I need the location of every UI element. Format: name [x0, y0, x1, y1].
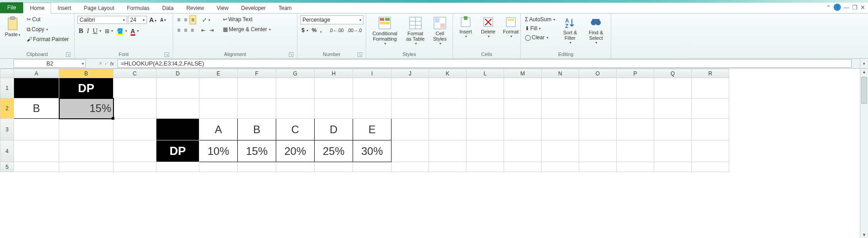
scroll-up-arrow[interactable]: ▲ [860, 70, 868, 74]
cell-L5[interactable] [467, 162, 504, 172]
minimize-icon[interactable]: ― [844, 4, 849, 11]
col-header-R[interactable]: R [692, 69, 729, 78]
cell-J2[interactable] [392, 98, 429, 119]
cell-F4[interactable]: 15% [238, 140, 276, 162]
cell-E1[interactable] [199, 78, 238, 98]
paste-button[interactable]: Paste [3, 15, 23, 39]
cell-N3[interactable] [542, 119, 579, 140]
row-header-3[interactable]: 3 [0, 119, 14, 140]
percent-format-button[interactable]: % [311, 26, 318, 34]
cell-A5[interactable] [14, 162, 59, 172]
close-icon[interactable]: ✕ [860, 4, 865, 11]
cell-K5[interactable] [429, 162, 467, 172]
cell-B5[interactable] [59, 162, 113, 172]
cell-R1[interactable] [692, 78, 729, 98]
bold-button[interactable]: B [77, 26, 85, 36]
col-header-Q[interactable]: Q [654, 69, 692, 78]
col-header-P[interactable]: P [617, 69, 654, 78]
cell-styles-button[interactable]: Cell Styles [430, 15, 450, 47]
col-header-L[interactable]: L [467, 69, 504, 78]
cell-M4[interactable] [504, 140, 542, 162]
cell-F3[interactable]: B [238, 119, 276, 140]
cell-L2[interactable] [467, 98, 504, 119]
cell-M3[interactable] [504, 119, 542, 140]
cell-P5[interactable] [617, 162, 654, 172]
col-header-M[interactable]: M [504, 69, 542, 78]
cell-E2[interactable] [199, 98, 238, 119]
cell-R5[interactable] [692, 162, 729, 172]
cell-B1[interactable]: DP [59, 78, 113, 98]
col-header-F[interactable]: F [238, 69, 276, 78]
cell-N5[interactable] [542, 162, 579, 172]
font-size-combo[interactable]: 24▾ [128, 16, 147, 24]
cell-C2[interactable] [113, 98, 156, 119]
cell-M2[interactable] [504, 98, 542, 119]
increase-indent-button[interactable]: ⇥ [208, 26, 215, 34]
accounting-format-button[interactable]: $ [300, 26, 310, 34]
cell-C1[interactable] [113, 78, 156, 98]
shrink-font-button[interactable]: A▾ [159, 17, 167, 23]
cell-H2[interactable] [315, 98, 353, 119]
scroll-down-arrow[interactable]: ▼ [860, 233, 868, 237]
cell-Q3[interactable] [654, 119, 692, 140]
cell-I5[interactable] [353, 162, 392, 172]
cell-Q4[interactable] [654, 140, 692, 162]
cell-G4[interactable]: 20% [276, 140, 315, 162]
cell-P1[interactable] [617, 78, 654, 98]
underline-button[interactable]: U [91, 26, 103, 36]
alignment-dialog-launcher[interactable]: ↘ [289, 52, 293, 57]
cell-B2[interactable]: 15% [59, 98, 113, 119]
ribbon-min-icon[interactable]: ⌃ [826, 4, 831, 11]
align-top-button[interactable]: ≡ [176, 16, 182, 24]
help-icon[interactable]: ? [834, 4, 841, 11]
worksheet-grid[interactable]: ABCDEFGHIJKLMNOPQR1DP2B15%3ABCDE4DP10%15… [0, 69, 729, 172]
format-painter-button[interactable]: 🖌Format Painter [25, 35, 70, 43]
col-header-D[interactable]: D [156, 69, 199, 78]
cell-F2[interactable] [238, 98, 276, 119]
align-bottom-button[interactable]: ≡ [189, 15, 196, 24]
cell-B4[interactable] [59, 140, 113, 162]
cell-R4[interactable] [692, 140, 729, 162]
select-all-corner[interactable] [0, 69, 14, 78]
cell-G1[interactable] [276, 78, 315, 98]
cell-A3[interactable] [14, 119, 59, 140]
cell-J4[interactable] [392, 140, 429, 162]
cell-P3[interactable] [617, 119, 654, 140]
tab-insert[interactable]: Insert [51, 3, 77, 13]
copy-button[interactable]: ⧉Copy [25, 25, 70, 33]
row-header-5[interactable]: 5 [0, 162, 14, 172]
cell-I2[interactable] [353, 98, 392, 119]
cell-I1[interactable] [353, 78, 392, 98]
tab-data[interactable]: Data [156, 3, 180, 13]
font-name-combo[interactable]: Calibri▾ [77, 16, 127, 24]
scroll-thumb[interactable] [861, 77, 867, 104]
tab-developer[interactable]: Developer [235, 3, 272, 13]
fx-button[interactable]: ✕✓fx [86, 59, 118, 68]
fill-button[interactable]: ⬇Fill [524, 24, 557, 33]
cell-N2[interactable] [542, 98, 579, 119]
cell-K2[interactable] [429, 98, 467, 119]
increase-decimal-button[interactable]: .0←.00 [328, 27, 345, 34]
cell-J5[interactable] [392, 162, 429, 172]
tab-formulas[interactable]: Formulas [121, 3, 156, 13]
orientation-button[interactable]: ⤢ [201, 16, 212, 24]
decrease-decimal-button[interactable]: .00→.0 [346, 27, 363, 34]
row-header-1[interactable]: 1 [0, 78, 14, 98]
cut-button[interactable]: ✂Cut [25, 15, 70, 23]
tab-view[interactable]: View [211, 3, 235, 13]
wrap-text-button[interactable]: ↩Wrap Text [222, 15, 272, 23]
cell-H3[interactable]: D [315, 119, 353, 140]
cell-D2[interactable] [156, 98, 199, 119]
cell-L1[interactable] [467, 78, 504, 98]
cell-O1[interactable] [579, 78, 617, 98]
tab-team[interactable]: Team [272, 3, 298, 13]
merge-center-button[interactable]: ▦Merge & Center [222, 25, 272, 33]
cell-L3[interactable] [467, 119, 504, 140]
col-header-A[interactable]: A [14, 69, 59, 78]
tab-home[interactable]: Home [23, 3, 51, 14]
col-header-I[interactable]: I [353, 69, 392, 78]
find-select-button[interactable]: Find & Select [584, 15, 608, 46]
cell-N4[interactable] [542, 140, 579, 162]
fill-color-button[interactable]: 🪣 [115, 27, 128, 35]
format-cells-button[interactable]: Format [501, 15, 521, 39]
